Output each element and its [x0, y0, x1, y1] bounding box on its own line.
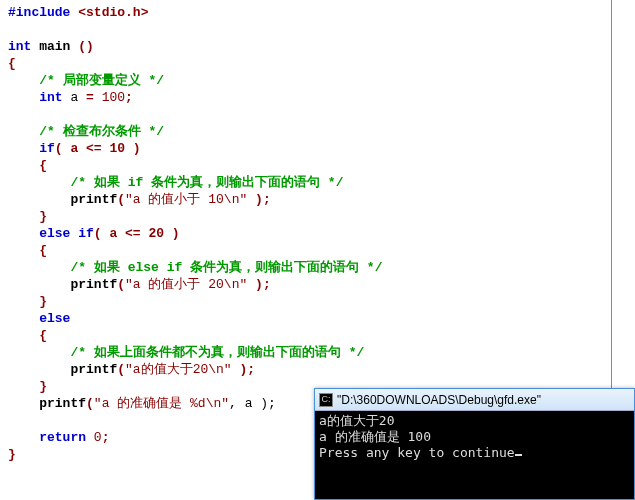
- out-line: a的值大于20: [319, 413, 394, 428]
- str: "a 的值小于 20\n": [125, 277, 247, 292]
- args: , a );: [229, 396, 276, 411]
- str: "a 的值小于 10\n": [125, 192, 247, 207]
- semi: ;: [125, 90, 133, 105]
- kw-if: if: [39, 141, 55, 156]
- kw-int: int: [8, 39, 31, 54]
- console-title-text: "D:\360DOWNLOADS\Debug\gfd.exe": [337, 393, 541, 407]
- comment: /* 如果上面条件都不为真，则输出下面的语句 */: [70, 345, 364, 360]
- kw-if: if: [78, 226, 94, 241]
- brace: }: [39, 294, 47, 309]
- cond: ( a <= 20 ): [94, 226, 180, 241]
- id-a: a: [70, 90, 78, 105]
- out-line: Press any key to continue: [319, 445, 515, 460]
- comment: /* 如果 if 条件为真，则输出下面的语句 */: [70, 175, 343, 190]
- kw-int: int: [39, 90, 62, 105]
- cursor: [515, 454, 522, 456]
- fn-printf: printf: [70, 362, 117, 377]
- num-0: 0: [94, 430, 102, 445]
- console-titlebar[interactable]: C: "D:\360DOWNLOADS\Debug\gfd.exe": [315, 389, 634, 411]
- brace: }: [39, 209, 47, 224]
- cond: ( a <= 10 ): [55, 141, 141, 156]
- fn-main: main: [39, 39, 70, 54]
- brace: {: [39, 158, 47, 173]
- rps: );: [239, 362, 255, 377]
- paren: (): [78, 39, 94, 54]
- kw-else: else: [39, 311, 70, 326]
- num-100: 100: [102, 90, 125, 105]
- kw-return: return: [39, 430, 86, 445]
- console-output: a的值大于20 a 的准确值是 100 Press any key to con…: [315, 411, 634, 463]
- kw-else: else: [39, 226, 70, 241]
- out-line: a 的准确值是 100: [319, 429, 431, 444]
- header-name: <stdio.h>: [78, 5, 148, 20]
- op-eq: =: [86, 90, 94, 105]
- fn-printf: printf: [70, 192, 117, 207]
- str: "a 的准确值是 %d\n": [94, 396, 229, 411]
- comment: /* 如果 else if 条件为真，则输出下面的语句 */: [70, 260, 382, 275]
- brace: }: [39, 379, 47, 394]
- comment: /* 局部变量定义 */: [39, 73, 164, 88]
- brace: {: [8, 56, 16, 71]
- preproc-include: #include: [8, 5, 70, 20]
- rps: );: [255, 277, 271, 292]
- semi: ;: [102, 430, 110, 445]
- str: "a的值大于20\n": [125, 362, 232, 377]
- fn-printf: printf: [70, 277, 117, 292]
- console-window[interactable]: C: "D:\360DOWNLOADS\Debug\gfd.exe" a的值大于…: [314, 388, 635, 500]
- brace: {: [39, 328, 47, 343]
- console-icon: C:: [319, 393, 333, 407]
- brace: {: [39, 243, 47, 258]
- fn-printf: printf: [39, 396, 86, 411]
- comment: /* 检查布尔条件 */: [39, 124, 164, 139]
- brace: }: [8, 447, 16, 462]
- rps: );: [255, 192, 271, 207]
